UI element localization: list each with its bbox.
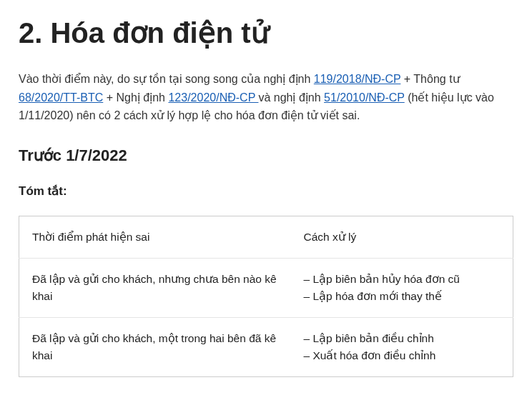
action-line: – Lập hóa đơn mới thay thế (304, 290, 442, 302)
table-header-row: Thời điểm phát hiện sai Cách xử lý (19, 216, 513, 258)
subheading-date: Trước 1/7/2022 (19, 146, 513, 165)
action-line: – Lập biên bản hủy hóa đơn cũ (304, 273, 460, 285)
table-row: Đã lập và gửi cho khách, nhưng chưa bên … (19, 258, 513, 317)
action-line: – Lập biên bản điều chỉnh (304, 332, 434, 344)
link-decree-51[interactable]: 51/2010/NĐ-CP (324, 91, 405, 104)
link-decree-123[interactable]: 123/2020/NĐ-CP (168, 91, 258, 104)
table-row: Đã lập và gửi cho khách, một trong hai b… (19, 317, 513, 376)
link-circular-68[interactable]: 68/2020/TT-BTC (19, 91, 103, 104)
intro-text: và nghị định (258, 91, 324, 104)
table-header-col1: Thời điểm phát hiện sai (19, 216, 291, 258)
intro-paragraph: Vào thời điểm này, do sự tồn tại song so… (19, 70, 513, 125)
link-decree-119[interactable]: 119/2018/NĐ-CP (314, 73, 401, 85)
table-header-col2: Cách xử lý (291, 216, 513, 258)
table-cell-action: – Lập biên bản điều chỉnh – Xuất hóa đơn… (291, 317, 513, 376)
intro-text: + Nghị định (103, 91, 168, 104)
table-cell-situation: Đã lập và gửi cho khách, nhưng chưa bên … (19, 258, 291, 317)
page-heading: 2. Hóa đơn điện tử (19, 16, 513, 50)
table-cell-situation: Đã lập và gửi cho khách, một trong hai b… (19, 317, 291, 376)
action-line: – Xuất hóa đơn điều chỉnh (304, 349, 436, 361)
intro-text: + Thông tư (400, 73, 459, 85)
summary-label: Tóm tắt: (19, 184, 513, 199)
intro-text: Vào thời điểm này, do sự tồn tại song so… (19, 73, 314, 85)
table-cell-action: – Lập biên bản hủy hóa đơn cũ – Lập hóa … (291, 258, 513, 317)
summary-table: Thời điểm phát hiện sai Cách xử lý Đã lậ… (19, 216, 513, 377)
